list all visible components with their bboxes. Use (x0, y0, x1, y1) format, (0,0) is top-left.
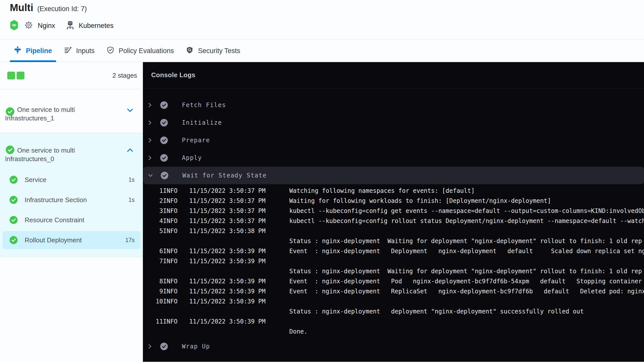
console-step-wait-for-steady-state[interactable]: Wait for Steady State (143, 167, 644, 184)
stage-name[interactable]: One service to multi Infrastructures_0 (5, 133, 123, 163)
kubernetes-environment-icon (66, 21, 74, 31)
log-row: 7 INFO 11/15/2022 3:50:39 PM (143, 256, 644, 266)
log-line-number: 10 (143, 296, 163, 306)
log-level: INFO (163, 196, 189, 206)
security-shield-search-icon (186, 46, 193, 56)
success-check-icon (10, 216, 18, 224)
step-success-icon (160, 136, 168, 144)
console-step-fetch-files[interactable]: Fetch Files (143, 96, 644, 114)
log-timestamp: 11/15/2022 3:50:39 PM (189, 246, 289, 256)
chevron-down-icon (148, 172, 153, 178)
tab-label: Security Tests (198, 47, 240, 55)
log-message: kubectl --kubeconfig=config get events -… (289, 206, 644, 216)
log-level: INFO (163, 206, 189, 216)
console-step-label: Initialize (182, 119, 222, 126)
tab-inputs[interactable]: Inputs (64, 40, 95, 62)
log-timestamp: 11/15/2022 3:50:38 PM (189, 226, 289, 236)
step-name: Infrastructure Section (25, 196, 87, 204)
success-check-icon (10, 236, 18, 244)
success-check-icon (6, 146, 14, 155)
log-message: Event : nginx-deployment ReplicaSet ngin… (289, 286, 644, 296)
title-row: Multi (Execution Id: 7) (10, 2, 87, 13)
log-level: INFO (163, 256, 189, 266)
step-duration: 1s (129, 197, 135, 203)
log-row: 1 INFO 11/15/2022 3:50:37 PM Watching fo… (143, 186, 644, 196)
stage-summary-bar: 2 stages (0, 62, 143, 89)
step-item-infrastructure-section[interactable]: Infrastructure Section 1s (0, 190, 143, 210)
log-level: INFO (163, 286, 189, 296)
log-timestamp: 11/15/2022 3:50:37 PM (189, 196, 289, 206)
step-duration: 17s (125, 237, 135, 244)
log-message: Status : nginx-deployment Waiting for de… (289, 236, 644, 246)
chevron-down-icon[interactable] (127, 108, 133, 113)
log-level: INFO (163, 246, 189, 256)
log-timestamp: 11/15/2022 3:50:37 PM (189, 206, 289, 216)
console-step-apply[interactable]: Apply (143, 149, 644, 167)
stage-square-success (7, 72, 15, 79)
log-row: Status : nginx-deployment Waiting for de… (143, 236, 644, 246)
service-gear-icon (25, 21, 33, 30)
execution-id: (Execution Id: 7) (37, 5, 87, 13)
log-line-number: 2 (143, 196, 163, 206)
log-lines: 1 INFO 11/15/2022 3:50:37 PM Watching fo… (143, 186, 644, 337)
console-step-initialize[interactable]: Initialize (143, 114, 644, 131)
tab-policy-evaluations[interactable]: Policy Evaluations (107, 40, 174, 62)
console-step-prepare[interactable]: Prepare (143, 131, 644, 149)
console-step-label: Wrap Up (182, 343, 210, 350)
log-level: INFO (163, 276, 189, 286)
log-line-number (143, 236, 163, 246)
environment-name[interactable]: Kubernetes (79, 22, 113, 30)
chevron-right-icon (147, 155, 153, 161)
page-header: Multi (Execution Id: 7) ∞ Nginx (0, 0, 644, 40)
step-duration: 1s (129, 176, 135, 183)
tab-security-tests[interactable]: Security Tests (186, 40, 240, 62)
tab-label: Pipeline (26, 47, 52, 55)
log-timestamp: 11/15/2022 3:50:37 PM (189, 186, 289, 196)
log-level: INFO (163, 226, 189, 236)
main-content: 2 stages One service to multi Infrastruc… (0, 62, 644, 362)
stage-count-label: 2 stages (112, 72, 137, 79)
tab-pipeline[interactable]: Pipeline (14, 40, 52, 62)
log-level: INFO (163, 316, 189, 327)
log-row: Status : nginx-deployment deployment "ng… (143, 306, 644, 316)
stage-steps-list: Service 1s Infrastructure Section 1s Res… (0, 170, 143, 250)
log-level (163, 306, 189, 316)
log-line-number: 1 (143, 186, 163, 196)
harness-deploy-icon: ∞ (10, 20, 18, 32)
service-name[interactable]: Nginx (38, 22, 55, 30)
log-line-number: 5 (143, 226, 163, 236)
stage-item-infrastructures-1[interactable]: One service to multi Infrastructures_1 (0, 89, 143, 133)
log-timestamp (189, 327, 289, 337)
chevron-up-icon[interactable] (127, 148, 133, 153)
step-name: Service (25, 176, 47, 184)
step-success-icon (160, 119, 168, 127)
chevron-right-icon (147, 343, 153, 349)
console-header: Console Logs (143, 62, 644, 88)
log-line-number: 6 (143, 246, 163, 256)
success-check-icon (10, 196, 18, 204)
log-row: 5 INFO 11/15/2022 3:50:38 PM (143, 226, 644, 236)
log-row: 9 INFO 11/15/2022 3:50:39 PM Event : ngi… (143, 286, 644, 296)
log-message: Event : nginx-deployment Pod nginx-deplo… (289, 276, 644, 286)
log-timestamp (189, 236, 289, 246)
log-message: Waiting for following workloads to finis… (289, 196, 644, 206)
log-message (289, 226, 644, 236)
inputs-icon (64, 46, 72, 56)
tab-label: Policy Evaluations (119, 47, 174, 55)
console-title: Console Logs (151, 71, 195, 79)
execution-tabbar: Pipeline Inputs Policy Evaluations (0, 40, 644, 62)
stage-square-success (17, 72, 24, 79)
log-row: Status : nginx-deployment Waiting for de… (143, 266, 644, 276)
log-line-number: 11 (143, 316, 163, 327)
console-step-label: Prepare (182, 137, 210, 144)
step-item-service[interactable]: Service 1s (0, 170, 143, 190)
step-item-resource-constraint[interactable]: Resource Constraint (0, 210, 143, 230)
log-message (289, 256, 644, 266)
stage-group-infrastructures-0: One service to multi Infrastructures_0 S… (0, 133, 143, 257)
log-timestamp (189, 266, 289, 276)
log-timestamp: 11/15/2022 3:50:39 PM (189, 296, 289, 306)
step-item-rollout-deployment[interactable]: Rollout Deployment 17s (0, 230, 143, 250)
console-step-wrap-up[interactable]: Wrap Up (143, 338, 644, 355)
step-success-icon (160, 171, 169, 179)
stage-status-squares (7, 72, 24, 79)
